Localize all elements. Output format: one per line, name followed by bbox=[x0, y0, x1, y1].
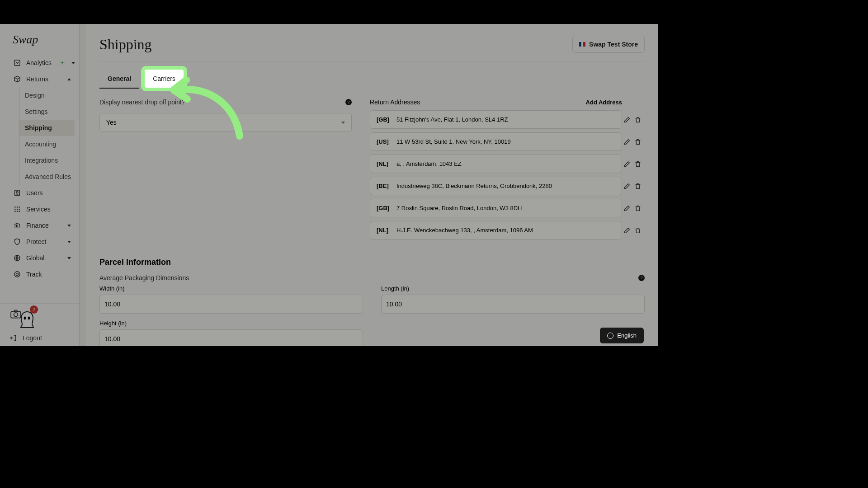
subnav-settings[interactable]: Settings bbox=[19, 103, 79, 120]
sidebar-item-label: Returns bbox=[26, 75, 48, 83]
address-text: 51 Fitzjohn's Ave, Flat 1, London, SL4 1… bbox=[396, 116, 615, 123]
help-icon[interactable]: ? bbox=[638, 275, 645, 281]
bank-icon bbox=[14, 222, 21, 229]
dropoff-select[interactable]: Yes bbox=[99, 113, 352, 132]
address-list: [GB] 51 Fitzjohn's Ave, Flat 1, London, … bbox=[370, 110, 622, 239]
tab-carriers[interactable]: Carriers bbox=[145, 70, 184, 88]
returns-subnav: Design Settings Shipping Accounting Inte… bbox=[19, 87, 79, 185]
sidebar: Swap Analytics ✦ Returns Design Settings… bbox=[0, 24, 80, 346]
address-row: [US] 11 W 53rd St, Suite 1, New York, NY… bbox=[370, 132, 622, 151]
address-country: [US] bbox=[377, 138, 391, 145]
shipping-tabs: General Carriers bbox=[99, 70, 645, 89]
sidebar-item-returns[interactable]: Returns bbox=[0, 71, 79, 87]
edit-icon[interactable] bbox=[623, 183, 631, 190]
language-selector[interactable]: English bbox=[600, 328, 644, 343]
svg-point-10 bbox=[17, 211, 18, 212]
length-input[interactable] bbox=[381, 295, 645, 314]
height-label: Height (in) bbox=[99, 320, 363, 327]
dropoff-label: Display nearest drop off point? ? bbox=[99, 99, 352, 106]
subnav-design[interactable]: Design bbox=[19, 87, 79, 103]
address-row: [GB] 51 Fitzjohn's Ave, Flat 1, London, … bbox=[370, 110, 622, 129]
sidebar-item-track[interactable]: Track bbox=[0, 266, 79, 282]
address-row: [NL] a, , Amsterdam, 1043 EZ bbox=[370, 155, 622, 173]
parcel-info-heading: Parcel information bbox=[99, 258, 645, 267]
language-label: English bbox=[617, 332, 637, 339]
svg-point-17 bbox=[24, 317, 26, 320]
sidebar-item-label: Analytics bbox=[26, 59, 52, 66]
notification-widget[interactable]: 2 bbox=[10, 309, 35, 330]
edit-icon[interactable] bbox=[623, 160, 631, 168]
sidebar-item-finance[interactable]: Finance bbox=[0, 217, 79, 234]
svg-point-13 bbox=[14, 272, 20, 277]
sidebar-item-protect[interactable]: Protect bbox=[0, 234, 79, 250]
logout-label: Logout bbox=[23, 334, 42, 342]
svg-point-7 bbox=[17, 209, 18, 210]
app-viewport: Swap Analytics ✦ Returns Design Settings… bbox=[0, 24, 658, 346]
height-input[interactable] bbox=[99, 329, 363, 346]
box-icon bbox=[14, 75, 21, 83]
svg-point-3 bbox=[14, 206, 16, 208]
svg-point-2 bbox=[16, 192, 18, 193]
logout-button[interactable]: Logout bbox=[10, 334, 71, 342]
main-content: Shipping Swap Test Store General Carrier… bbox=[86, 24, 658, 346]
edit-icon[interactable] bbox=[623, 227, 631, 234]
sidebar-item-label: Protect bbox=[26, 238, 46, 245]
edit-icon[interactable] bbox=[623, 138, 631, 145]
svg-point-11 bbox=[19, 211, 20, 212]
store-name: Swap Test Store bbox=[589, 41, 638, 48]
delete-icon[interactable] bbox=[634, 227, 642, 234]
return-addresses-heading: Return Addresses bbox=[370, 99, 420, 106]
sidebar-item-label: Users bbox=[26, 189, 43, 197]
delete-icon[interactable] bbox=[634, 160, 642, 168]
address-text: 7 Roslin Square, Roslin Road, London, W3… bbox=[396, 205, 615, 211]
avg-dimensions-label: Average Packaging Dimensions bbox=[99, 274, 189, 282]
subnav-accounting[interactable]: Accounting bbox=[19, 136, 79, 152]
address-country: [NL] bbox=[377, 227, 391, 234]
shield-icon bbox=[14, 238, 21, 245]
delete-icon[interactable] bbox=[634, 183, 642, 190]
delete-icon[interactable] bbox=[634, 205, 642, 212]
sidebar-item-label: Services bbox=[26, 206, 51, 213]
address-country: [GB] bbox=[377, 116, 391, 123]
new-badge: ✦ bbox=[59, 61, 66, 65]
edit-icon[interactable] bbox=[623, 205, 631, 212]
address-row: [GB] 7 Roslin Square, Roslin Road, Londo… bbox=[370, 199, 622, 217]
sidebar-item-users[interactable]: Users bbox=[0, 185, 79, 201]
subnav-advanced-rules[interactable]: Advanced Rules bbox=[19, 169, 79, 185]
globe-icon bbox=[14, 254, 21, 262]
page-title: Shipping bbox=[99, 36, 152, 53]
chart-icon bbox=[14, 59, 21, 66]
sidebar-scrollbar[interactable] bbox=[80, 24, 86, 346]
svg-point-8 bbox=[19, 209, 20, 210]
user-icon bbox=[14, 189, 21, 197]
sidebar-item-analytics[interactable]: Analytics ✦ bbox=[0, 55, 79, 71]
store-selector[interactable]: Swap Test Store bbox=[572, 36, 645, 53]
length-label: Length (in) bbox=[381, 285, 645, 292]
svg-point-5 bbox=[19, 206, 20, 208]
target-icon bbox=[14, 271, 21, 278]
logout-icon bbox=[10, 334, 17, 342]
svg-point-14 bbox=[16, 273, 18, 275]
width-input[interactable] bbox=[99, 295, 363, 314]
delete-icon[interactable] bbox=[634, 138, 642, 145]
address-country: [GB] bbox=[377, 205, 391, 211]
sidebar-item-label: Global bbox=[26, 254, 44, 262]
address-text: 11 W 53rd St, Suite 1, New York, NY, 100… bbox=[396, 138, 615, 145]
delete-icon[interactable] bbox=[634, 116, 642, 123]
svg-point-4 bbox=[17, 206, 18, 208]
sidebar-item-label: Track bbox=[26, 271, 42, 278]
help-icon[interactable]: ? bbox=[345, 99, 352, 105]
width-label: Width (in) bbox=[99, 285, 363, 292]
add-address-link[interactable]: Add Address bbox=[586, 99, 622, 106]
subnav-shipping[interactable]: Shipping bbox=[19, 120, 75, 136]
subnav-integrations[interactable]: Integrations bbox=[19, 152, 79, 169]
sidebar-item-services[interactable]: Services bbox=[0, 201, 79, 217]
tab-general[interactable]: General bbox=[99, 70, 139, 89]
brand-logo: Swap bbox=[0, 33, 79, 55]
edit-icon[interactable] bbox=[623, 116, 631, 123]
sidebar-item-global[interactable]: Global bbox=[0, 250, 79, 266]
grid-icon bbox=[14, 206, 21, 213]
svg-point-6 bbox=[14, 209, 16, 210]
address-text: H.J.E. Wenckebachweg 133, , Amsterdam, 1… bbox=[396, 227, 615, 234]
address-row: [BE] Industrieweg 38C, Bleckmann Returns… bbox=[370, 177, 622, 195]
